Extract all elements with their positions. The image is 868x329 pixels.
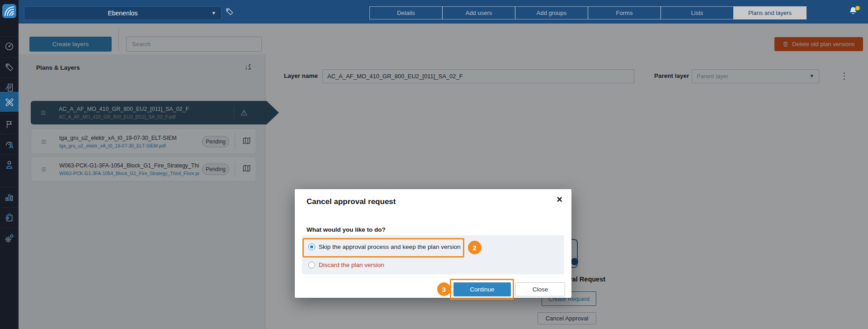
tag-icon [225,7,234,16]
notification-dot [855,6,860,10]
app-logo[interactable] [2,4,16,18]
tag-icon [5,62,14,72]
gauge-user-icon [5,139,14,149]
option-discard-version[interactable]: Discard the plan version [302,257,564,273]
tag-button[interactable] [225,7,234,18]
ruler-pencil-icon [5,97,14,107]
bar-chart-icon [5,192,14,202]
radio-unselected[interactable] [308,262,315,268]
close-button[interactable]: Close [515,282,565,296]
sidebar-item-tags[interactable] [0,57,19,77]
sidebar-item-plans-and-layers[interactable] [0,92,19,112]
app-window: Ebenenlos ▾ Details Add users Add groups… [0,0,868,329]
tab-details[interactable]: Details [369,6,443,19]
cancel-approval-request-dialog: Cancel approval request × What would you… [295,189,571,298]
content-area: Create layers Delete old plan versions P… [19,24,868,329]
tab-plans-and-layers[interactable]: Plans and layers [733,6,807,19]
user-icon [5,160,14,169]
option-skip-approval[interactable]: Skip the approval process and keep the p… [302,239,564,255]
tab-lists[interactable]: Lists [660,6,734,19]
chevron-down-icon: ▾ [212,10,215,16]
project-selector-dropdown[interactable]: Ebenenlos ▾ [24,6,222,20]
sidebar-item-performance[interactable] [0,134,19,154]
top-navigation-bar: Ebenenlos ▾ Details Add users Add groups… [19,0,868,24]
sidebar-item-flags[interactable] [0,114,19,134]
notifications-button[interactable] [848,6,860,18]
tab-forms[interactable]: Forms [588,6,661,19]
logo-swirl-icon [2,4,16,18]
gears-icon [5,233,14,243]
sidebar-item-reports[interactable] [0,187,19,207]
tab-add-groups[interactable]: Add groups [515,6,588,19]
flag-icon [5,119,14,129]
radio-selected[interactable] [308,243,315,250]
sidebar-item-clipboard-transfer[interactable] [0,207,19,227]
sidebar-item-settings[interactable] [0,228,19,248]
options-panel: Skip the approval process and keep the p… [302,235,564,274]
option-label: Discard the plan version [319,262,384,268]
annotation-step3-badge: 3 [437,282,451,296]
tab-add-users[interactable]: Add users [442,6,515,19]
dialog-question: What would you like to do? [307,226,386,233]
sidebar-nav [0,0,19,329]
gauge-icon [5,42,14,51]
dialog-title: Cancel approval request [307,197,396,206]
sidebar-item-dashboard[interactable] [0,36,19,56]
sidebar-item-users[interactable] [0,154,19,174]
annotation-step2-badge: 2 [468,241,481,254]
option-label: Skip the approval process and keep the p… [319,243,461,250]
continue-button[interactable]: Continue [453,282,511,296]
clipboard-arrow-icon [5,213,14,222]
project-selector-value: Ebenenlos [108,10,137,17]
document-stamp-icon [5,83,14,92]
close-icon[interactable]: × [557,194,562,205]
section-tabs: Details Add users Add groups Forms Lists… [369,6,807,19]
